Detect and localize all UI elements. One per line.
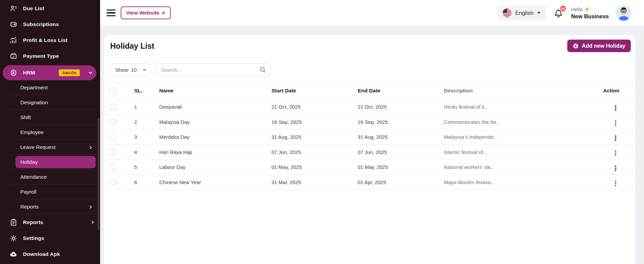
- user-list-icon: [9, 4, 18, 13]
- clipboard-icon: [9, 218, 18, 226]
- cell-description: Malaysia’s Independe...: [443, 134, 599, 140]
- row-actions-menu[interactable]: [613, 149, 618, 157]
- sidebar-subitem[interactable]: Designation: [0, 95, 100, 110]
- language-label: English: [515, 10, 533, 16]
- col-header-action: Action: [599, 88, 636, 94]
- page-size-select[interactable]: Show- 10: [110, 63, 151, 76]
- sidebar-item[interactable]: Download Apk: [0, 246, 100, 262]
- col-header-end-date: End Date: [356, 88, 443, 94]
- row-actions-menu[interactable]: [613, 134, 618, 142]
- cell-name: Chinese New Year: [158, 179, 270, 185]
- chevron-icon: [89, 71, 92, 74]
- cell-end-date: 01 Apr, 2025: [356, 179, 443, 185]
- sidebar-nav: Due List Subscriptions Profit & Loss Lis…: [0, 0, 100, 262]
- cell-name: Deepavali: [158, 104, 270, 110]
- search-icon: [259, 66, 266, 73]
- sidebar-subitem-label: Reports: [20, 204, 39, 210]
- sidebar-subitem[interactable]: Employee: [0, 125, 100, 140]
- table-toolbar: Show- 10: [104, 63, 636, 76]
- cell-start-date: 01 May, 2025: [270, 164, 356, 170]
- sidebar-item[interactable]: Reports: [0, 214, 100, 230]
- hrm-submenu: Department Designation Shift Employee: [0, 80, 100, 214]
- sidebar-item-label: Download Apk: [23, 251, 60, 257]
- row-actions-menu[interactable]: [613, 119, 618, 127]
- col-header-start-date: Start Date: [270, 88, 356, 94]
- language-selector[interactable]: English: [497, 6, 546, 20]
- cell-start-date: 31 Mar, 2025: [270, 179, 356, 185]
- sidebar-item[interactable]: Subscriptions: [0, 16, 100, 32]
- addon-badge: Add-On: [59, 69, 80, 76]
- sidebar-item[interactable]: Payment Type: [0, 48, 100, 64]
- table-row: 4 Hari Raya Haji 07 Jun, 2025 07 Jun, 20…: [104, 145, 636, 160]
- select-all-checkbox[interactable]: [110, 88, 116, 94]
- row-checkbox[interactable]: [110, 119, 116, 125]
- row-checkbox[interactable]: [110, 104, 116, 110]
- sidebar-item-label: Settings: [23, 235, 44, 241]
- col-header-name: Name: [158, 88, 270, 94]
- notifications-button[interactable]: 55: [553, 7, 564, 19]
- wallet-icon: [9, 52, 18, 60]
- user-avatar[interactable]: [616, 5, 631, 21]
- sidebar-subitem[interactable]: Leave Request: [0, 140, 100, 155]
- table-header-row: SL. Name Start Date End Date Description…: [104, 82, 636, 100]
- page-title: Holiday List: [110, 42, 631, 50]
- sidebar-subitem[interactable]: Attendance: [0, 170, 100, 184]
- sidebar: Due List Subscriptions Profit & Loss Lis…: [0, 0, 100, 264]
- sidebar-item-label: Reports: [23, 219, 43, 225]
- chevron-icon: [89, 205, 92, 208]
- cell-sl: 4: [123, 149, 158, 155]
- sidebar-subitem-label: Designation: [20, 100, 48, 106]
- sidebar-item[interactable]: Due List: [0, 0, 100, 16]
- cloud-download-icon: [9, 250, 18, 258]
- row-actions-menu[interactable]: [613, 104, 618, 112]
- table-row: 5 Labour Day 01 May, 2025 01 May, 2025 N…: [104, 160, 636, 175]
- sidebar-item[interactable]: HRM Add-On: [3, 65, 96, 80]
- sidebar-subitem[interactable]: Reports: [0, 199, 100, 214]
- cell-end-date: 21 Oct, 2025: [356, 104, 443, 110]
- cell-start-date: 07 Jun, 2025: [270, 149, 356, 155]
- sidebar-subitem[interactable]: Payroll: [0, 184, 100, 199]
- sidebar-item[interactable]: Settings: [0, 230, 100, 246]
- view-website-button[interactable]: View Website »: [121, 6, 171, 19]
- cell-name: Merdeka Day: [158, 134, 270, 140]
- col-header-description: Description: [443, 88, 599, 94]
- sidebar-item[interactable]: Profit & Loss List: [0, 32, 100, 48]
- greeting-block: Hello New Business: [571, 6, 609, 20]
- sidebar-subitem[interactable]: Holiday: [0, 155, 100, 170]
- top-bar: View Website » English 55 Hello New Busi…: [100, 0, 644, 26]
- cell-sl: 3: [123, 134, 158, 140]
- bar-chart-icon: [9, 36, 18, 44]
- cell-sl: 6: [123, 179, 158, 185]
- row-checkbox[interactable]: [110, 149, 116, 155]
- cell-name: Hari Raya Haji: [158, 149, 270, 155]
- cell-description: Major Muslim festiva...: [443, 179, 599, 185]
- row-checkbox[interactable]: [110, 134, 116, 140]
- row-actions-menu[interactable]: [613, 179, 618, 188]
- row-actions-menu[interactable]: [613, 164, 618, 172]
- us-flag-icon: [503, 8, 511, 17]
- sidebar-subitem[interactable]: Department: [0, 80, 100, 95]
- row-checkbox[interactable]: [110, 179, 116, 185]
- row-checkbox[interactable]: [110, 164, 116, 170]
- sidebar-scrollbar-thumb[interactable]: [97, 118, 99, 230]
- cell-description: Hindu festival of li...: [443, 104, 599, 110]
- add-holiday-button[interactable]: Add new Holiday: [567, 40, 631, 52]
- table-row: 2 Malaysia Day 16 Sep, 2025 16 Sep, 2025…: [104, 115, 636, 130]
- menu-toggle-icon[interactable]: [106, 9, 116, 16]
- business-name: New Business: [571, 13, 609, 20]
- sidebar-subitem-label: Shift: [20, 114, 31, 120]
- sidebar-subitem-label: Department: [20, 85, 48, 91]
- col-header-sl: SL.: [123, 88, 158, 94]
- search-input[interactable]: [156, 63, 270, 76]
- sidebar-item-label: Payment Type: [23, 53, 59, 59]
- table-row: 3 Merdeka Day 31 Aug, 2025 31 Aug, 2025 …: [104, 130, 636, 145]
- cell-description: National workers’ da...: [443, 164, 599, 170]
- sidebar-subitem-label: Leave Request: [20, 144, 55, 150]
- cell-description: Islamic festival of...: [443, 149, 599, 155]
- sidebar-subitem[interactable]: Shift: [0, 110, 100, 125]
- sidebar-item-label: Due List: [23, 5, 44, 12]
- sidebar-scrollbar[interactable]: [97, 0, 100, 264]
- sidebar-subitem-label: Employee: [20, 129, 44, 135]
- cell-start-date: 31 Aug, 2025: [270, 134, 356, 140]
- chevron-icon: [91, 221, 94, 224]
